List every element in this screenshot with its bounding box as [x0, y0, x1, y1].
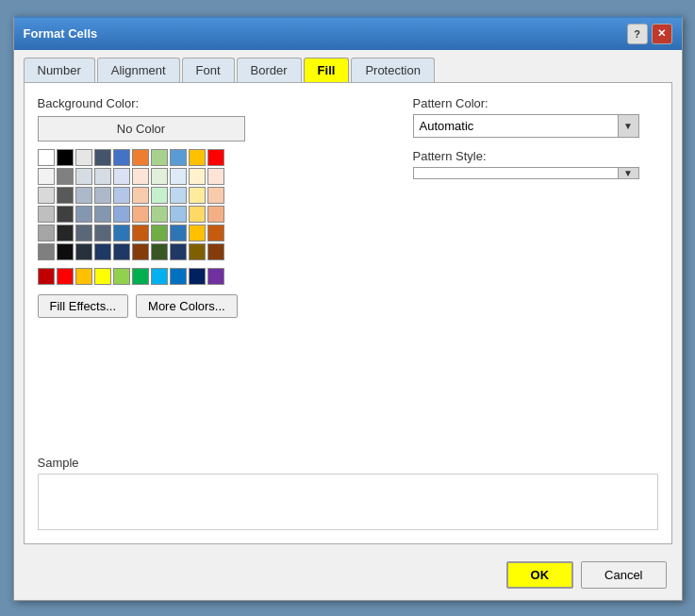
color-cell[interactable]	[75, 187, 92, 204]
color-cell[interactable]	[151, 268, 168, 285]
color-cell[interactable]	[57, 225, 74, 241]
color-cell[interactable]	[38, 243, 55, 260]
color-cell[interactable]	[207, 225, 224, 241]
color-cell[interactable]	[189, 149, 206, 166]
color-cell[interactable]	[94, 268, 111, 285]
color-cell[interactable]	[207, 268, 224, 285]
color-cell[interactable]	[170, 187, 187, 204]
pattern-color-section: Pattern Color: Automatic ▼	[413, 96, 658, 138]
tab-fill[interactable]: Fill	[304, 58, 350, 82]
color-cell[interactable]	[57, 149, 74, 166]
color-cell[interactable]	[38, 187, 55, 204]
color-cell[interactable]	[151, 243, 168, 260]
color-cell[interactable]	[38, 168, 55, 185]
color-cell[interactable]	[132, 168, 149, 185]
color-cell[interactable]	[170, 268, 187, 285]
help-button[interactable]: ?	[627, 24, 648, 44]
color-cell[interactable]	[113, 268, 130, 285]
color-cell[interactable]	[113, 168, 130, 185]
color-row-standard	[38, 268, 385, 285]
color-cell[interactable]	[207, 168, 224, 185]
color-cell[interactable]	[57, 206, 74, 223]
color-cell[interactable]	[75, 225, 92, 241]
pattern-style-arrow[interactable]: ▼	[618, 168, 638, 178]
color-cell[interactable]	[132, 268, 149, 285]
color-cell[interactable]	[189, 268, 206, 285]
pattern-color-arrow[interactable]: ▼	[618, 115, 638, 137]
color-row-3	[38, 187, 385, 204]
color-cell[interactable]	[94, 149, 111, 166]
color-cell[interactable]	[57, 268, 74, 285]
background-color-label: Background Color:	[38, 96, 385, 110]
color-cell[interactable]	[57, 243, 74, 260]
tab-border[interactable]: Border	[237, 58, 302, 82]
color-cell[interactable]	[132, 187, 149, 204]
color-cell[interactable]	[189, 187, 206, 204]
color-cell[interactable]	[38, 268, 55, 285]
color-cell[interactable]	[113, 149, 130, 166]
pattern-style-label: Pattern Style:	[413, 149, 658, 163]
color-cell[interactable]	[75, 268, 92, 285]
close-button[interactable]: ✕	[652, 24, 672, 44]
color-cell[interactable]	[170, 168, 187, 185]
color-cell[interactable]	[75, 168, 92, 185]
cancel-button[interactable]: Cancel	[581, 561, 666, 589]
color-cell[interactable]	[151, 187, 168, 204]
color-cell[interactable]	[207, 149, 224, 166]
tab-font[interactable]: Font	[182, 58, 235, 82]
color-cell[interactable]	[207, 187, 224, 204]
color-cell[interactable]	[151, 149, 168, 166]
pattern-color-select[interactable]: Automatic ▼	[413, 114, 639, 138]
color-cell[interactable]	[151, 225, 168, 241]
tab-number[interactable]: Number	[24, 58, 95, 82]
color-cell[interactable]	[94, 206, 111, 223]
color-cell[interactable]	[151, 168, 168, 185]
more-colors-button[interactable]: More Colors...	[136, 294, 238, 318]
color-cell[interactable]	[132, 243, 149, 260]
color-cell[interactable]	[132, 225, 149, 241]
color-cell[interactable]	[94, 225, 111, 241]
pattern-style-section: Pattern Style: ▼	[413, 149, 658, 179]
color-cell[interactable]	[189, 225, 206, 241]
color-cell[interactable]	[170, 149, 187, 166]
color-cell[interactable]	[132, 206, 149, 223]
pattern-color-label: Pattern Color:	[413, 96, 658, 110]
color-row-4	[38, 206, 385, 223]
color-row-2	[38, 168, 385, 185]
color-cell[interactable]	[189, 168, 206, 185]
color-cell[interactable]	[170, 225, 187, 241]
color-cell[interactable]	[113, 243, 130, 260]
color-cell[interactable]	[207, 243, 224, 260]
color-cell[interactable]	[75, 206, 92, 223]
color-cell[interactable]	[94, 187, 111, 204]
color-cell[interactable]	[170, 243, 187, 260]
color-cell[interactable]	[57, 187, 74, 204]
pattern-style-select[interactable]: ▼	[413, 167, 639, 179]
color-cell[interactable]	[113, 187, 130, 204]
color-cell[interactable]	[57, 168, 74, 185]
color-cell[interactable]	[151, 206, 168, 223]
no-color-button[interactable]: No Color	[38, 116, 245, 142]
fill-effects-button[interactable]: Fill Effects...	[38, 294, 129, 318]
color-cell[interactable]	[94, 168, 111, 185]
left-panel: Background Color: No Color	[38, 96, 385, 437]
color-cell[interactable]	[94, 243, 111, 260]
color-cell[interactable]	[38, 225, 55, 241]
color-row-1	[38, 149, 385, 166]
color-cell[interactable]	[189, 206, 206, 223]
tab-alignment[interactable]: Alignment	[97, 58, 180, 82]
color-cell[interactable]	[113, 225, 130, 241]
color-cell[interactable]	[75, 243, 92, 260]
color-cell[interactable]	[189, 243, 206, 260]
color-cell[interactable]	[132, 149, 149, 166]
color-row-5	[38, 225, 385, 241]
color-cell[interactable]	[38, 149, 55, 166]
color-cell[interactable]	[113, 206, 130, 223]
color-cell[interactable]	[75, 149, 92, 166]
color-cell[interactable]	[207, 206, 224, 223]
color-cell[interactable]	[170, 206, 187, 223]
tab-protection[interactable]: Protection	[351, 58, 435, 82]
ok-button[interactable]: OK	[506, 561, 574, 589]
color-cell[interactable]	[38, 206, 55, 223]
sample-label: Sample	[38, 456, 658, 470]
